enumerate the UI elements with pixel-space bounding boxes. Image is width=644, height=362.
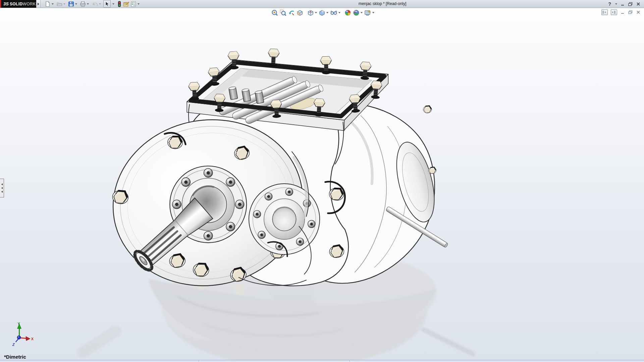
hide-show-dropdown-icon[interactable] — [338, 12, 340, 13]
collapse-pane-button[interactable] — [601, 9, 608, 15]
solidworks-logo: 3SSOLIDWORKS — [0, 0, 36, 8]
view-orientation-button[interactable] — [307, 9, 317, 16]
help-dropdown-icon[interactable] — [615, 3, 617, 5]
view-settings-dropdown-icon[interactable] — [372, 12, 374, 13]
open-button[interactable] — [56, 0, 66, 7]
section-view-button[interactable] — [296, 9, 304, 16]
design-binder-button[interactable] — [122, 0, 130, 7]
brand-bold: SOLID — [10, 2, 23, 6]
triad-z-label: Z — [12, 343, 15, 347]
taskbar-divider — [350, 360, 350, 362]
select-cursor-icon — [104, 1, 110, 7]
options-checklist-icon — [130, 1, 137, 7]
menu-expand-button[interactable] — [36, 0, 41, 8]
select-dropdown-icon[interactable] — [112, 3, 114, 5]
rebuild-button[interactable] — [117, 0, 122, 7]
doc-close-button[interactable] — [636, 10, 641, 14]
main-toolbar — [44, 0, 140, 8]
splitter-arrow-icon — [1, 191, 3, 193]
triad-x-label: X — [31, 337, 34, 341]
doc-restore-button[interactable] — [628, 10, 633, 14]
new-dropdown-icon[interactable] — [52, 3, 54, 5]
open-dropdown-icon[interactable] — [63, 3, 65, 5]
reference-triad: Y X Z — [12, 322, 34, 347]
view-settings-icon — [364, 9, 371, 16]
select-dropdown-button[interactable] — [111, 0, 115, 7]
view-orientation-icon — [307, 9, 314, 16]
zoom-to-area-button[interactable] — [279, 9, 287, 16]
titlebar-controls: ? — [608, 0, 641, 8]
graphics-area[interactable]: Y X Z — [0, 8, 644, 362]
titlebar[interactable]: 3SSOLIDWORKS — [0, 0, 644, 8]
brand-red-stripe — [0, 0, 1, 8]
print-button[interactable] — [79, 0, 89, 7]
view-orientation-dropdown-icon[interactable] — [315, 12, 317, 13]
options-button[interactable] — [130, 0, 140, 7]
taskbar-edge — [0, 360, 644, 362]
expand-pane-icon — [611, 10, 616, 14]
model-viewport-canvas[interactable]: Y X Z — [0, 8, 644, 362]
view-settings-button[interactable] — [364, 9, 375, 16]
doc-minimize-button[interactable] — [620, 10, 625, 14]
feature-pane-splitter-tab[interactable] — [0, 179, 4, 197]
solidworks-window: 3SSOLIDWORKS — [0, 0, 644, 362]
undo-dropdown-icon[interactable] — [99, 3, 101, 5]
triad-y-label: Y — [18, 322, 20, 326]
hide-show-items-icon — [330, 9, 337, 16]
zoom-to-fit-button[interactable] — [271, 9, 278, 16]
design-binder-icon — [123, 1, 129, 7]
splitter-arrow-icon — [1, 183, 3, 185]
display-style-dropdown-icon[interactable] — [326, 12, 328, 13]
splitter-arrow-icon — [1, 187, 3, 189]
display-style-icon — [319, 9, 325, 16]
zoom-to-area-icon — [280, 9, 286, 16]
undo-icon — [92, 1, 98, 7]
collapse-pane-icon — [602, 10, 607, 14]
apply-scene-icon — [353, 9, 360, 16]
close-button[interactable] — [636, 2, 641, 6]
minimize-button[interactable] — [620, 2, 625, 6]
edit-appearance-button[interactable] — [344, 9, 352, 16]
document-window-controls — [601, 9, 641, 15]
save-button[interactable] — [68, 0, 77, 7]
help-button[interactable]: ? — [608, 1, 611, 7]
apply-scene-button[interactable] — [353, 9, 363, 16]
save-dropdown-icon[interactable] — [75, 3, 77, 5]
previous-view-button[interactable] — [288, 9, 295, 16]
undo-button[interactable] — [91, 0, 101, 7]
heads-up-view-toolbar — [271, 9, 375, 16]
taskbar-divider — [199, 360, 199, 362]
print-dropdown-icon[interactable] — [87, 3, 89, 5]
edit-appearance-icon — [344, 9, 351, 16]
open-folder-icon — [56, 1, 62, 7]
view-orientation-label: *Dimetric — [4, 354, 26, 360]
ds-glyph: 3S — [3, 1, 9, 6]
gearbox-model — [100, 49, 448, 300]
restore-button[interactable] — [628, 2, 633, 6]
save-floppy-icon — [68, 1, 74, 7]
print-icon — [80, 1, 86, 7]
rebuild-traffic-light-icon — [117, 1, 122, 7]
zoom-to-fit-icon — [271, 9, 278, 16]
logo-text: 3SSOLIDWORKS — [3, 1, 39, 6]
previous-view-icon — [288, 9, 295, 16]
display-style-button[interactable] — [318, 9, 329, 16]
rear-bolt — [423, 105, 432, 113]
window-title: menjac sklop * [Read-only] — [359, 1, 407, 6]
expand-pane-button[interactable] — [611, 9, 617, 15]
options-dropdown-icon[interactable] — [138, 3, 140, 5]
select-button[interactable] — [103, 0, 111, 8]
expand-arrow-icon — [38, 3, 39, 5]
hide-show-items-button[interactable] — [330, 9, 341, 16]
section-view-icon — [297, 9, 303, 16]
new-document-button[interactable] — [44, 0, 54, 7]
apply-scene-dropdown-icon[interactable] — [361, 12, 363, 13]
new-document-icon — [45, 1, 51, 7]
